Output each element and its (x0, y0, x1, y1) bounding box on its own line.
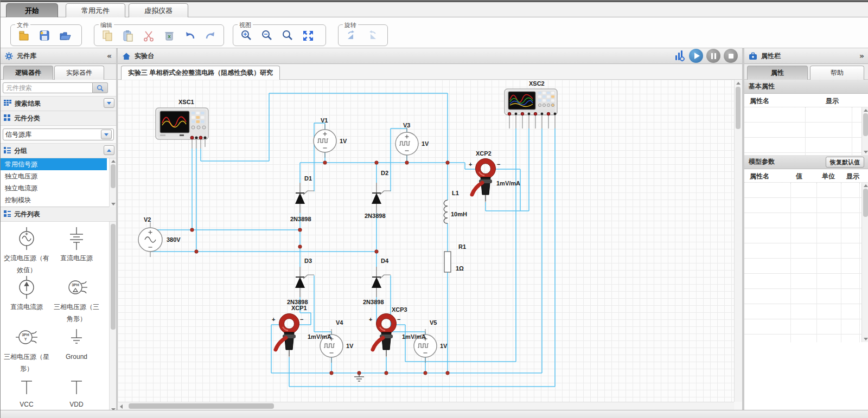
label-v2: V2 (144, 216, 151, 223)
component-dc-voltage-source[interactable]: 直流电压源 (52, 226, 101, 265)
canvas-vscroll-thumb[interactable] (736, 87, 741, 129)
thyristor-d2[interactable] (372, 183, 391, 213)
oscilloscope-xsc2[interactable] (505, 89, 557, 115)
tab-logic-devices[interactable]: 逻辑器件 (3, 66, 53, 80)
component-grid-scroll-thumb[interactable] (111, 224, 116, 330)
scroll-up-arrow[interactable] (736, 82, 741, 85)
pause-simulation-button[interactable] (706, 49, 720, 63)
save-icon[interactable] (38, 29, 51, 42)
simulation-settings-icon[interactable] (674, 50, 686, 62)
category-dropdown-button[interactable] (101, 130, 112, 139)
tab-help[interactable]: 帮助 (810, 66, 864, 80)
copy-icon[interactable] (101, 29, 114, 42)
component-library-panel: 元件库 « 逻辑器件 实际器件 搜索结果 元件分类 信号源库 (1, 48, 116, 410)
current-clamp-xcp2[interactable] (472, 159, 496, 202)
tab-start[interactable]: 开始 (6, 3, 58, 17)
collapse-right-panel-button[interactable]: » (859, 52, 864, 60)
zoom-in-icon[interactable] (240, 29, 253, 42)
group-item-control-modules[interactable]: 控制模块 (1, 194, 107, 206)
canvas-vertical-scrollbar[interactable] (734, 80, 742, 402)
ground-symbol[interactable] (354, 373, 364, 381)
model-parameters-table[interactable] (744, 183, 868, 342)
component-search-input[interactable] (3, 82, 93, 93)
label-d4: D4 (381, 258, 389, 264)
component-dc-current-source[interactable]: 直流电流源 (2, 275, 52, 313)
section-groups[interactable]: 分组 (1, 144, 116, 158)
redo-icon[interactable] (204, 29, 217, 42)
stop-simulation-button[interactable] (724, 49, 738, 63)
ribbon-group-file: 文件 (10, 24, 82, 46)
schematic-canvas[interactable]: XSC1 XSC2 V1 1V V2 380V V3 1V V4 1V V5 1… (118, 80, 734, 402)
new-file-icon[interactable] (17, 29, 30, 42)
tab-attributes[interactable]: 属性 (747, 66, 808, 80)
zoom-reset-icon[interactable] (281, 29, 294, 42)
search-results-dropdown-button[interactable] (104, 98, 114, 108)
scroll-left-arrow[interactable] (120, 404, 123, 409)
wye-badge: Y (24, 337, 27, 341)
thyristor-d1[interactable] (295, 183, 314, 213)
group-item-independent-voltage-sources[interactable]: 独立电压源 (1, 170, 107, 182)
group-item-independent-current-sources[interactable]: 独立电流源 (1, 182, 107, 194)
section-component-list[interactable]: 元件列表 (1, 207, 116, 222)
zoom-out-icon[interactable] (260, 29, 273, 42)
group-list-scrollbar[interactable] (109, 158, 116, 207)
cut-icon[interactable] (142, 29, 155, 42)
current-clamp-xcp1[interactable] (276, 314, 299, 357)
rotate-left-icon[interactable] (345, 29, 358, 42)
group-list: 常用信号源 独立电压源 独立电流源 控制模块 (1, 158, 116, 207)
oscilloscope-xsc1[interactable] (156, 108, 208, 139)
component-three-phase-delta-source[interactable]: 3PH 三相电压源（三角形） (52, 275, 101, 325)
component-vcc[interactable]: VCC (2, 376, 52, 411)
section-search-results[interactable]: 搜索结果 (1, 97, 116, 111)
restore-defaults-button[interactable]: 恢复默认值 (826, 157, 864, 168)
fit-to-screen-icon[interactable] (302, 29, 315, 42)
delete-icon[interactable] (163, 29, 176, 42)
scroll-up-arrow[interactable] (864, 184, 868, 187)
scroll-up-arrow[interactable] (111, 160, 116, 163)
scroll-down-arrow[interactable] (111, 203, 116, 205)
category-select[interactable]: 信号源库 (3, 128, 114, 140)
component-grid-scrollbar[interactable] (109, 222, 116, 413)
inductor-l1[interactable] (444, 200, 448, 223)
component-ac-voltage-source[interactable]: 交流电压源（有效值） (2, 226, 52, 276)
xcp3-plus: + (369, 316, 372, 323)
component-ground[interactable]: Ground (52, 325, 101, 363)
undo-icon[interactable] (183, 29, 196, 42)
basic-table-scrollbar[interactable] (861, 107, 868, 155)
search-icon[interactable] (93, 82, 108, 93)
resistor-r1[interactable] (444, 252, 451, 272)
group-list-scroll-thumb[interactable] (111, 164, 116, 188)
run-simulation-button[interactable] (689, 49, 703, 63)
three-phase-wye-icon: 3PH Y (15, 325, 39, 350)
section-categories[interactable]: 元件分类 (1, 111, 116, 126)
model-table-scroll-thumb[interactable] (863, 189, 868, 217)
tab-virtual-instruments[interactable]: 虚拟仪器 (129, 3, 188, 17)
thyristor-d4[interactable] (372, 267, 391, 297)
open-file-icon[interactable] (59, 29, 72, 42)
collapse-left-panel-button[interactable]: « (107, 52, 112, 60)
pulse-source-v1[interactable] (314, 124, 336, 158)
scroll-down-arrow[interactable] (864, 338, 868, 340)
scroll-up-arrow[interactable] (864, 109, 868, 112)
basic-properties-table[interactable] (744, 107, 868, 155)
component-three-phase-wye-source[interactable]: 3PH Y 三相电压源（星形） (2, 325, 52, 375)
label-v5: V5 (430, 319, 437, 326)
component-vdd[interactable]: VDD (52, 376, 101, 411)
pulse-source-v3[interactable] (395, 127, 418, 160)
scroll-down-arrow[interactable] (864, 151, 868, 153)
label-xcp2: XCP2 (476, 150, 492, 157)
rotate-right-icon[interactable] (366, 29, 379, 42)
vdd-icon (65, 376, 88, 397)
tab-real-devices[interactable]: 实际器件 (54, 66, 104, 80)
tab-common-components[interactable]: 常用元件 (66, 3, 125, 17)
model-table-scrollbar[interactable] (861, 183, 868, 342)
canvas-hscroll-thumb[interactable] (129, 403, 274, 409)
group-item-common-signal-sources[interactable]: 常用信号源 (1, 158, 107, 170)
thyristor-d3[interactable] (295, 267, 314, 297)
canvas-horizontal-scrollbar[interactable] (118, 402, 734, 410)
basic-table-scroll-thumb[interactable] (863, 113, 868, 136)
experiment-tab[interactable]: 实验三 单相桥式全控整流电路（阻感性负载）研究 (121, 66, 280, 80)
section-groups-label: 分组 (14, 146, 27, 156)
paste-icon[interactable] (122, 29, 135, 42)
groups-collapse-button[interactable] (104, 145, 114, 155)
